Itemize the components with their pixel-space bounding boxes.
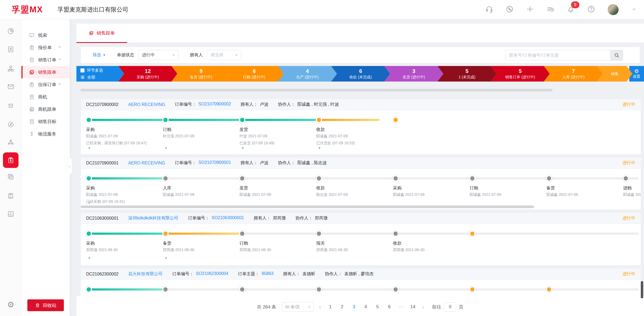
timeline-node[interactable]: [240, 118, 244, 122]
sidebar-item-6[interactable]: 商机跟单: [21, 103, 70, 115]
timeline-node[interactable]: [240, 287, 244, 292]
page-number-1[interactable]: 1: [326, 302, 334, 311]
page-number-5[interactable]: 5: [373, 302, 381, 311]
stage-chip-0[interactable]: 12 采购 (进行中): [118, 66, 177, 82]
page-number-4[interactable]: 4: [362, 302, 370, 311]
order-no-link[interactable]: SO21070900001: [198, 160, 231, 166]
rail-settings-gear-icon[interactable]: ⚙: [7, 300, 14, 309]
stage-chip-1[interactable]: 9 备货 (进行中): [171, 66, 230, 82]
sidebar-item-8[interactable]: 物流服务: [21, 128, 70, 140]
sidebar-item-5[interactable]: 商机: [21, 91, 70, 103]
timeline-node[interactable]: [163, 118, 168, 122]
step-expand-caret[interactable]: ▼: [88, 146, 91, 150]
timeline-node[interactable]: [393, 176, 398, 181]
timeline-node[interactable]: [393, 232, 398, 236]
rail-shopping-bag-button[interactable]: [7, 102, 14, 110]
multi-select-checkbox[interactable]: [80, 68, 84, 72]
timeline-node[interactable]: [317, 118, 321, 122]
card-horizontal-scrollbar[interactable]: [81, 205, 534, 208]
step-expand-caret[interactable]: ▼: [318, 146, 321, 150]
timeline-node[interactable]: [317, 176, 321, 181]
user-avatar[interactable]: [608, 4, 619, 15]
history-button[interactable]: [546, 5, 554, 14]
help-button[interactable]: [587, 5, 595, 14]
filter-toggle[interactable]: 筛选▼: [93, 52, 106, 58]
timeline-node[interactable]: [163, 176, 168, 181]
timeline-node[interactable]: [87, 287, 91, 292]
rail-copy-docs-button[interactable]: [7, 173, 14, 181]
page-number-6[interactable]: 6: [385, 302, 393, 311]
sidebar-item-0[interactable]: 线索: [21, 29, 70, 41]
timeline-node[interactable]: [240, 176, 244, 181]
timeline-node[interactable]: [163, 287, 168, 292]
stage-chip-3[interactable]: 4 生产 (进行中): [278, 66, 337, 82]
order-no-link[interactable]: SO21070900002: [198, 102, 231, 107]
rail-book-button[interactable]: [7, 192, 14, 200]
next-page-button[interactable]: ›: [421, 304, 426, 310]
customer-link[interactable]: 深圳kdkdkdk科技有限公司: [128, 215, 178, 221]
recycle-bin-button[interactable]: 回收站: [27, 299, 64, 311]
stage-chip-5[interactable]: 3 发货 (进行中): [384, 66, 443, 82]
step-expand-caret[interactable]: ▼: [88, 201, 91, 205]
vertical-scrollbar-thumb[interactable]: [641, 281, 643, 298]
timeline-node[interactable]: [87, 176, 91, 181]
sidebar-item-4[interactable]: 信保订单: [21, 78, 70, 91]
timeline-node[interactable]: [163, 232, 168, 236]
go-page-input[interactable]: [444, 302, 456, 311]
timeline-node[interactable]: [87, 232, 91, 236]
page-number-3[interactable]: 3: [350, 302, 358, 311]
timeline-node[interactable]: [393, 287, 398, 292]
customer-link[interactable]: AERO RECEIVING: [128, 102, 165, 107]
step-expand-caret[interactable]: ▼: [164, 146, 168, 150]
sidebar-item-7[interactable]: 销售目标: [21, 115, 70, 128]
customer-link[interactable]: AERO RECEIVING: [128, 161, 165, 166]
stage-chip-2[interactable]: 6 订舱 (进行中): [225, 66, 284, 82]
create-new-button[interactable]: [526, 5, 534, 14]
customer-link[interactable]: 花火科技有限公司: [128, 271, 163, 277]
page-number-2[interactable]: 2: [338, 302, 346, 311]
support-button[interactable]: [485, 5, 493, 14]
step-expand-caret[interactable]: ▼: [164, 256, 168, 260]
rail-compass-button[interactable]: [7, 121, 14, 129]
search-button[interactable]: [610, 50, 623, 61]
notifications-button[interactable]: 9: [567, 5, 575, 14]
step-expand-caret[interactable]: ▼: [88, 256, 91, 260]
rail-share-network-button[interactable]: [7, 139, 14, 147]
rail-contacts-button[interactable]: [7, 46, 14, 54]
stage-chip-7[interactable]: 5 销售订单 (进行中): [491, 66, 550, 82]
rail-sales-docs-button-active[interactable]: [3, 152, 19, 168]
timeline-node[interactable]: [470, 232, 474, 236]
stage-chip-6[interactable]: 5 1 (未完成): [437, 66, 496, 82]
stage-chip-8[interactable]: 7 入库 (进行中): [544, 66, 603, 82]
timeline-node[interactable]: [470, 287, 474, 292]
call-button[interactable]: [506, 5, 514, 14]
timeline-node[interactable]: [547, 176, 551, 181]
timeline-node[interactable]: [317, 287, 321, 292]
user-menu-chevron[interactable]: [631, 6, 637, 13]
sidebar-item-3[interactable]: 销售跟单: [21, 66, 70, 78]
timeline-node[interactable]: [470, 176, 474, 181]
page-size-select[interactable]: 20 条/页 ▼: [282, 302, 314, 312]
sidebar-item-1[interactable]: 报价单: [21, 41, 70, 54]
timeline-node[interactable]: [624, 176, 628, 181]
rail-bar-chart-button[interactable]: [7, 211, 14, 219]
tab-sales-follow[interactable]: 销售跟单: [76, 24, 127, 43]
owner-select[interactable]: 请选择▼: [207, 50, 241, 60]
doc-status-select[interactable]: 进行中▼: [138, 50, 179, 60]
stage-chip-4[interactable]: 6 收款 (未完成): [331, 66, 390, 82]
rail-pie-chart-button[interactable]: [7, 28, 14, 36]
timeline-node[interactable]: [240, 232, 244, 236]
flow-horizontal-scrollbar[interactable]: [80, 89, 553, 91]
rail-org-chart-button[interactable]: [7, 65, 14, 73]
timeline-node[interactable]: [87, 118, 91, 122]
prev-page-button[interactable]: ‹: [318, 304, 323, 310]
step-expand-caret[interactable]: ▼: [241, 146, 244, 150]
timeline-node[interactable]: [317, 232, 321, 236]
timeline-node[interactable]: [393, 118, 398, 122]
timeline-node[interactable]: [547, 287, 551, 292]
page-number-14[interactable]: 14: [409, 302, 417, 311]
sidebar-collapse-handle[interactable]: ‹: [67, 158, 72, 174]
search-input[interactable]: [505, 50, 610, 61]
subject-link[interactable]: 95863: [262, 271, 274, 277]
order-no-link[interactable]: SO21062300004: [196, 271, 228, 277]
